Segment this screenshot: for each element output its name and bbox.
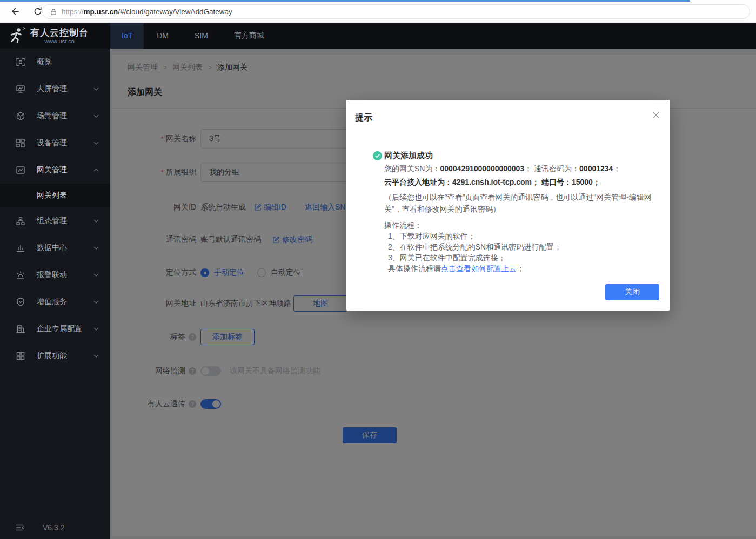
gateway-icon [16, 165, 25, 175]
sidebar-item-screen-mgmt[interactable]: 大屏管理 [0, 76, 110, 103]
step-item: 3、网关已在软件中配置完成连接； [373, 252, 654, 263]
success-check-icon [373, 151, 382, 160]
sn-line: 您的网关SN为：00004291000000000003； 通讯密码为：0000… [373, 163, 654, 174]
sidebar-item-device-mgmt[interactable]: 设备管理 [0, 130, 110, 157]
sidebar-item-label: 增值服务 [37, 297, 67, 307]
sidebar-item-label: 报警联动 [37, 270, 67, 280]
chevron-down-icon [93, 113, 99, 119]
sidebar-item-label: 企业专属配置 [37, 324, 82, 334]
browser-bar: https://mp.usr.cn/#/cloud/gateway/ViewAd… [0, 0, 756, 23]
sidebar-footer: V6.3.2 [0, 516, 110, 539]
comm-password-value: 00001234 [579, 164, 613, 173]
close-button[interactable]: 关闭 [605, 284, 659, 300]
chevron-up-icon [93, 167, 99, 173]
dialog-body: 网关添加成功 您的网关SN为：00004291000000000003； 通讯密… [373, 150, 654, 274]
url-text: https://mp.usr.cn/#/cloud/gateway/ViewAd… [62, 8, 232, 16]
sidebar-item-scene-mgmt[interactable]: 场景管理 [0, 103, 110, 130]
sidebar-item-label: 设备管理 [37, 138, 67, 148]
sidebar: 概览 大屏管理 场景管理 设备管理 网关管理 网关列表 组态管理 数据中心 报警… [0, 49, 110, 539]
tab-dm[interactable]: DM [144, 23, 182, 49]
building-icon [16, 324, 25, 334]
tab-iot[interactable]: IoT [110, 23, 144, 49]
collapse-sidebar-icon[interactable] [15, 523, 25, 533]
sidebar-item-label: 网关管理 [37, 165, 67, 175]
chevron-down-icon [93, 326, 99, 332]
url-scheme: https:// [62, 8, 84, 16]
app-header: 有人云控制台 www.usr.cn IoT DM SIM 官方商城 [0, 23, 756, 49]
server-line: 云平台接入地址为：4291.cnsh.iot-tcp.com； 端口号：1500… [373, 177, 654, 187]
brand-logo[interactable]: 有人云控制台 www.usr.cn [0, 23, 110, 49]
sidebar-item-value-added[interactable]: 增值服务 [0, 288, 110, 315]
chevron-down-icon [93, 299, 99, 305]
top-nav-tabs: IoT DM SIM 官方商城 [110, 23, 277, 49]
success-dialog: 提示 网关添加成功 您的网关SN为：00004291000000000003； … [346, 100, 670, 311]
grid-icon [16, 351, 25, 361]
chevron-down-icon [93, 140, 99, 146]
overview-icon [16, 57, 25, 67]
sidebar-item-hmi-mgmt[interactable]: 组态管理 [0, 207, 110, 234]
tab-official-mall[interactable]: 官方商城 [221, 23, 277, 49]
dialog-title: 提示 [355, 112, 372, 124]
sidebar-item-label: 概览 [37, 57, 52, 67]
browser-back-icon[interactable] [8, 5, 21, 18]
sidebar-item-gateway-mgmt[interactable]: 网关管理 [0, 157, 110, 184]
step-item: 2、在软件中把系统分配的SN和通讯密码进行配置； [373, 241, 654, 252]
sidebar-subitem-label: 网关列表 [37, 191, 67, 200]
lock-icon[interactable] [50, 8, 57, 16]
brand-title: 有人云控制台 [30, 28, 89, 38]
chevron-down-icon [93, 86, 99, 92]
alarm-icon [16, 270, 25, 280]
chevron-down-icon [93, 353, 99, 359]
sidebar-item-alarm-linkage[interactable]: 报警联动 [0, 261, 110, 288]
dialog-note: （后续您也可以在“查看”页面查看网关的通讯密码，也可以通过“网关管理-编辑网关”… [373, 191, 654, 215]
page-load-progress [0, 0, 690, 2]
how-to-configure-link[interactable]: 点击查看如何配置上云 [441, 263, 517, 274]
tab-sim[interactable]: SIM [182, 23, 221, 49]
chevron-down-icon [93, 245, 99, 251]
scene-icon [16, 111, 25, 121]
step-item: 1、下载对应网关的软件； [373, 231, 654, 241]
device-icon [16, 138, 25, 148]
sidebar-item-enterprise-config[interactable]: 企业专属配置 [0, 315, 110, 342]
brand-subtitle: www.usr.cn [30, 38, 89, 44]
success-title: 网关添加成功 [384, 151, 433, 161]
sidebar-item-data-center[interactable]: 数据中心 [0, 234, 110, 261]
url-host: mp.usr.cn [84, 8, 118, 16]
chevron-down-icon [93, 272, 99, 278]
sidebar-item-label: 组态管理 [37, 216, 67, 226]
sidebar-item-label: 数据中心 [37, 243, 67, 253]
steps-title: 操作流程： [373, 220, 654, 231]
server-host-value: 4291.cnsh.iot-tcp.com [452, 178, 532, 186]
sidebar-item-label: 大屏管理 [37, 84, 67, 94]
server-port-value: 15000 [572, 178, 593, 186]
big-screen-icon [16, 84, 25, 94]
sidebar-item-label: 场景管理 [37, 111, 67, 121]
sidebar-item-extensions[interactable]: 扩展功能 [0, 342, 110, 369]
more-row: 具体操作流程请点击查看如何配置上云； [373, 263, 654, 274]
gateway-sn-value: 00004291000000000003 [440, 164, 524, 173]
bar-chart-icon [16, 243, 25, 253]
sidebar-item-gateway-list[interactable]: 网关列表 [0, 184, 110, 207]
version-label: V6.3.2 [43, 523, 64, 532]
brand-text: 有人云控制台 www.usr.cn [30, 28, 89, 44]
chevron-down-icon [93, 218, 99, 224]
success-row: 网关添加成功 [373, 150, 654, 161]
sidebar-item-overview[interactable]: 概览 [0, 49, 110, 76]
shield-icon [16, 297, 25, 307]
address-bar[interactable]: https://mp.usr.cn/#/cloud/gateway/ViewAd… [42, 4, 750, 19]
usr-person-logo-icon [8, 26, 26, 45]
url-path: /#/cloud/gateway/ViewAddGateway [118, 8, 232, 16]
sidebar-item-label: 扩展功能 [37, 351, 67, 361]
close-icon[interactable] [650, 109, 663, 122]
configuration-icon [16, 216, 25, 226]
